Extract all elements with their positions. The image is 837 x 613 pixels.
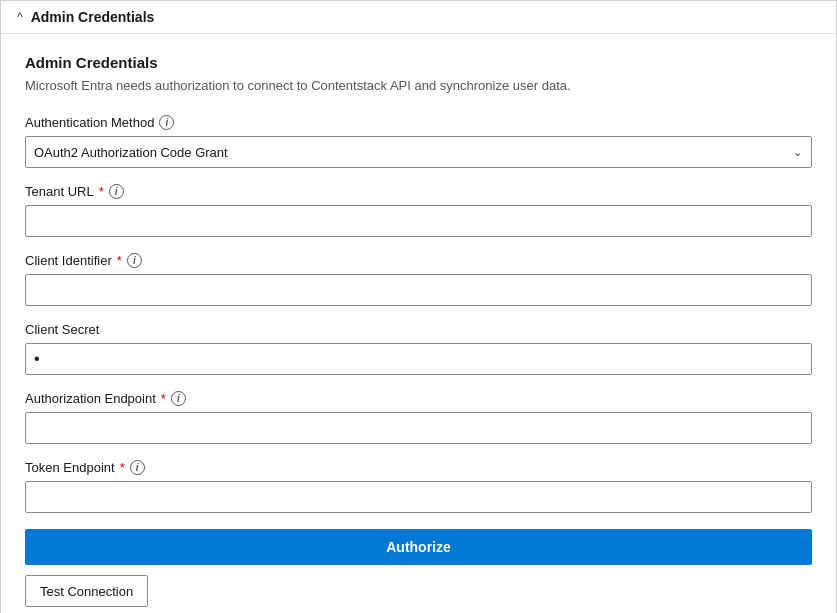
client-identifier-required: * [117, 253, 122, 268]
section-content: Admin Credentials Microsoft Entra needs … [1, 34, 836, 613]
tenant-url-required: * [99, 184, 104, 199]
tenant-url-input[interactable] [25, 205, 812, 237]
client-identifier-info-icon[interactable]: i [127, 253, 142, 268]
tenant-url-field: Tenant URL * i [25, 184, 812, 237]
auth-method-info-icon[interactable]: i [159, 115, 174, 130]
client-secret-field: Client Secret [25, 322, 812, 375]
authorize-button[interactable]: Authorize [25, 529, 812, 565]
auth-method-select-wrapper: OAuth2 Authorization Code Grant Basic Au… [25, 136, 812, 168]
test-connection-button[interactable]: Test Connection [25, 575, 148, 607]
admin-credentials-panel: ^ Admin Credentials Admin Credentials Mi… [0, 0, 837, 613]
auth-endpoint-input[interactable] [25, 412, 812, 444]
auth-endpoint-label: Authorization Endpoint * i [25, 391, 812, 406]
section-title: Admin Credentials [25, 54, 812, 71]
token-endpoint-field: Token Endpoint * i [25, 460, 812, 513]
client-identifier-field: Client Identifier * i [25, 253, 812, 306]
token-endpoint-required: * [120, 460, 125, 475]
token-endpoint-info-icon[interactable]: i [130, 460, 145, 475]
auth-endpoint-info-icon[interactable]: i [171, 391, 186, 406]
tenant-url-label: Tenant URL * i [25, 184, 812, 199]
auth-method-field: Authentication Method i OAuth2 Authoriza… [25, 115, 812, 168]
collapse-icon: ^ [17, 10, 23, 24]
client-identifier-input[interactable] [25, 274, 812, 306]
auth-method-select[interactable]: OAuth2 Authorization Code Grant Basic Au… [25, 136, 812, 168]
section-header[interactable]: ^ Admin Credentials [1, 1, 836, 34]
auth-endpoint-field: Authorization Endpoint * i [25, 391, 812, 444]
client-secret-input[interactable] [25, 343, 812, 375]
client-identifier-label: Client Identifier * i [25, 253, 812, 268]
section-description: Microsoft Entra needs authorization to c… [25, 77, 812, 95]
auth-endpoint-required: * [161, 391, 166, 406]
tenant-url-info-icon[interactable]: i [109, 184, 124, 199]
auth-method-label: Authentication Method i [25, 115, 812, 130]
section-header-title: Admin Credentials [31, 9, 155, 25]
token-endpoint-input[interactable] [25, 481, 812, 513]
client-secret-label: Client Secret [25, 322, 812, 337]
token-endpoint-label: Token Endpoint * i [25, 460, 812, 475]
